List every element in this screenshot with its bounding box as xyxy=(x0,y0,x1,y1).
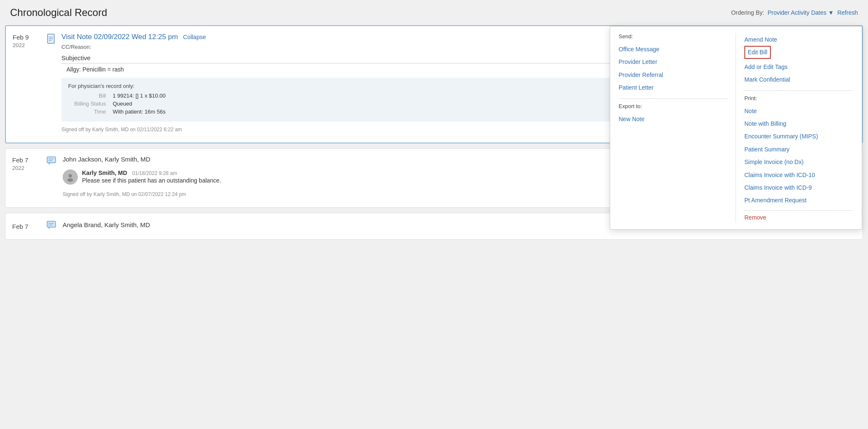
provider-letter-link[interactable]: Provider Letter xyxy=(619,56,727,68)
divider-1 xyxy=(619,98,727,99)
export-label: Export to: xyxy=(619,103,727,109)
actions-dropdown-menu: Send: Office Message Provider Letter Pro… xyxy=(610,26,862,230)
office-message-link[interactable]: Office Message xyxy=(619,43,727,56)
amend-note-link[interactable]: Amend Note xyxy=(744,33,853,46)
message-timestamp: 01/18/2022 9:28 am xyxy=(132,170,177,176)
pt-amendment-link[interactable]: Pt Amendment Request xyxy=(744,194,853,207)
svg-marker-5 xyxy=(48,163,50,164)
ordering-dropdown[interactable]: Provider Activity Dates ▼ xyxy=(767,9,834,16)
partial-date-col: Feb 7 xyxy=(12,222,42,231)
time-value: With patient: 16m 56s xyxy=(113,109,166,115)
encounter-summary-link[interactable]: Encounter Summary (MIPS) xyxy=(744,130,853,143)
partial-date-day: Feb 7 xyxy=(12,222,42,231)
svg-point-8 xyxy=(69,174,72,177)
date-year: 2022 xyxy=(13,42,42,49)
bill-label: Bill xyxy=(68,93,106,99)
patient-summary-link[interactable]: Patient Summary xyxy=(744,143,853,156)
billing-status-label: Billing Status xyxy=(68,101,106,107)
note-billing-link[interactable]: Note with Billing xyxy=(744,117,853,130)
refresh-button[interactable]: Refresh xyxy=(837,9,858,16)
time-label: Time xyxy=(68,109,106,115)
note-print-link[interactable]: Note xyxy=(744,105,853,117)
svg-rect-10 xyxy=(47,221,56,227)
dropdown-inner: Send: Office Message Provider Letter Pro… xyxy=(619,33,853,222)
billing-status-value: Queued xyxy=(113,101,132,107)
new-note-link[interactable]: New Note xyxy=(619,113,727,125)
claims-icd9-link[interactable]: Claims Invoice with ICD-9 xyxy=(744,181,853,194)
message-text: Please see if this patient has an outsta… xyxy=(82,177,221,184)
visit-record-card: Actions ▼ Feb 9 2022 Visit N xyxy=(5,25,863,143)
svg-point-9 xyxy=(67,178,73,182)
chat-icon xyxy=(47,156,58,168)
avatar xyxy=(63,169,78,185)
collapse-link[interactable]: Collapse xyxy=(183,34,206,40)
header-controls: Ordering By: Provider Activity Dates ▼ R… xyxy=(731,9,858,16)
divider-2 xyxy=(744,90,853,91)
partial-chat-icon xyxy=(47,221,58,233)
add-edit-tags-link[interactable]: Add or Edit Tags xyxy=(744,61,853,73)
provider-referral-link[interactable]: Provider Referral xyxy=(619,69,727,81)
author-name: Karly Smith, MD xyxy=(82,169,127,176)
partial-title: Angela Brand, Karly Smith, MD xyxy=(63,221,150,228)
main-content: Actions ▼ Feb 9 2022 Visit N xyxy=(0,25,868,240)
dropdown-left: Send: Office Message Provider Letter Pro… xyxy=(619,33,736,222)
bill-value: 1 99214: [] 1 x $10.00 xyxy=(113,93,166,99)
print-label: Print: xyxy=(744,95,853,101)
svg-marker-11 xyxy=(48,227,50,229)
svg-rect-4 xyxy=(47,157,56,163)
document-icon xyxy=(47,34,56,47)
dropdown-right: Amend Note Edit Bill Add or Edit Tags Ma… xyxy=(736,33,853,222)
claims-icd10-link[interactable]: Claims Invoice with ICD-10 xyxy=(744,169,853,181)
visit-title-link[interactable]: Visit Note 02/09/2022 Wed 12:25 pm xyxy=(61,33,178,41)
date-day: Feb 9 xyxy=(13,33,42,42)
mark-confidential-link[interactable]: Mark Confidential xyxy=(744,73,853,86)
message-date-col: Feb 7 2022 xyxy=(12,156,42,172)
simple-invoice-link[interactable]: Simple Invoice (no Dx) xyxy=(744,156,853,168)
remove-button[interactable]: Remove xyxy=(744,210,853,222)
page-title: Chronological Record xyxy=(10,7,107,19)
record-date: Feb 9 2022 xyxy=(13,33,42,49)
edit-bill-link[interactable]: Edit Bill xyxy=(744,46,771,58)
patient-letter-link[interactable]: Patient Letter xyxy=(619,81,727,94)
message-date-day: Feb 7 xyxy=(12,156,42,164)
ordering-label: Ordering By: xyxy=(731,9,765,16)
page-header: Chronological Record Ordering By: Provid… xyxy=(0,0,868,25)
message-content: Karly Smith, MD 01/18/2022 9:28 am Pleas… xyxy=(82,169,221,184)
send-label: Send: xyxy=(619,33,727,40)
message-date-year: 2022 xyxy=(12,164,42,172)
